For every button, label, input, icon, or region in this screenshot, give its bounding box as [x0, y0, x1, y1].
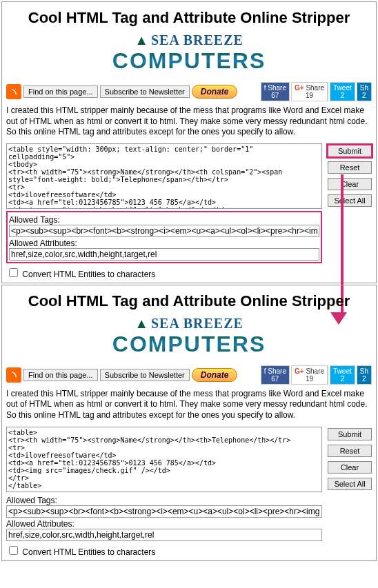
- html-input[interactable]: [6, 143, 322, 209]
- bottom-panel: Cool HTML Tag and Attribute Online Strip…: [1, 285, 377, 561]
- logo-line2: COMPUTERS: [6, 48, 372, 74]
- allowed-tags-input[interactable]: [6, 505, 322, 518]
- share-linkedin[interactable]: Sh2: [357, 82, 372, 101]
- page-title: Cool HTML Tag and Attribute Online Strip…: [6, 289, 372, 316]
- allowed-attrs-input[interactable]: [9, 248, 319, 261]
- share-bar: f Share67 G+ Share19 Tweet2 Sh2: [261, 82, 372, 101]
- selectall-button[interactable]: Select All: [328, 478, 372, 490]
- selectall-button[interactable]: Select All: [328, 194, 372, 207]
- share-facebook[interactable]: f Share67: [261, 82, 290, 101]
- allowed-tags-label: Allowed Tags:: [9, 215, 319, 225]
- page-title: Cool HTML Tag and Attribute Online Strip…: [6, 6, 372, 32]
- allowed-tags-label: Allowed Tags:: [6, 496, 322, 505]
- subscribe-button[interactable]: Subscribe to Newsletter: [100, 369, 190, 381]
- toolbar: ৲ Find on this page... Subscribe to News…: [6, 365, 372, 385]
- share-linkedin[interactable]: Sh2: [357, 365, 372, 385]
- work-area: Allowed Tags: Allowed Attributes: Conver…: [6, 143, 372, 279]
- side-buttons: Submit Reset Clear Select All: [328, 143, 372, 279]
- find-button[interactable]: Find on this page...: [23, 369, 98, 381]
- share-twitter[interactable]: Tweet2: [330, 365, 355, 385]
- convert-row: Convert HTML Entities to characters: [6, 544, 322, 557]
- clear-button[interactable]: Clear: [328, 178, 372, 190]
- share-facebook[interactable]: f Share67: [261, 365, 290, 385]
- reset-button[interactable]: Reset: [328, 161, 372, 174]
- convert-label: Convert HTML Entities to characters: [22, 547, 155, 557]
- side-buttons: Submit Reset Clear Select All: [328, 427, 372, 557]
- logo: SEA BREEZE COMPUTERS: [6, 316, 372, 357]
- submit-button[interactable]: Submit: [328, 428, 372, 440]
- rss-icon[interactable]: ৲: [6, 367, 21, 383]
- find-button[interactable]: Find on this page...: [23, 85, 98, 98]
- description: I created this HTML stripper mainly beca…: [6, 105, 372, 138]
- share-bar: f Share67 G+ Share19 Tweet2 Sh2: [261, 365, 372, 385]
- convert-checkbox[interactable]: [9, 546, 18, 555]
- allowed-highlight: Allowed Tags: Allowed Attributes:: [6, 211, 322, 263]
- description: I created this HTML stripper mainly beca…: [6, 389, 372, 421]
- reset-button[interactable]: Reset: [328, 445, 372, 457]
- share-twitter[interactable]: Tweet2: [330, 82, 355, 101]
- logo-line1: SEA BREEZE: [6, 32, 372, 48]
- rss-icon[interactable]: ৲: [6, 84, 21, 99]
- top-panel: Cool HTML Tag and Attribute Online Strip…: [1, 1, 377, 283]
- donate-button[interactable]: Donate: [192, 368, 238, 382]
- clear-button[interactable]: Clear: [328, 461, 372, 474]
- toolbar: ৲ Find on this page... Subscribe to News…: [6, 82, 372, 101]
- donate-button[interactable]: Donate: [192, 85, 238, 99]
- share-googleplus[interactable]: G+ Share19: [291, 82, 328, 101]
- convert-label: Convert HTML Entities to characters: [22, 270, 155, 279]
- subscribe-button[interactable]: Subscribe to Newsletter: [100, 85, 190, 98]
- logo: SEA BREEZE COMPUTERS: [6, 32, 372, 74]
- convert-row: Convert HTML Entities to characters: [6, 266, 322, 279]
- allowed-attrs-label: Allowed Attributes:: [6, 519, 322, 529]
- allowed-tags-input[interactable]: [9, 225, 319, 237]
- allowed-attrs-label: Allowed Attributes:: [9, 239, 319, 248]
- html-output[interactable]: [6, 427, 322, 492]
- work-area: Allowed Tags: Allowed Attributes: Conver…: [6, 427, 372, 557]
- convert-checkbox[interactable]: [9, 268, 18, 277]
- submit-button[interactable]: Submit: [328, 145, 372, 157]
- allowed-attrs-input[interactable]: [6, 529, 322, 541]
- logo-line2: COMPUTERS: [6, 332, 372, 357]
- logo-line1: SEA BREEZE: [6, 316, 372, 332]
- share-googleplus[interactable]: G+ Share19: [291, 365, 328, 385]
